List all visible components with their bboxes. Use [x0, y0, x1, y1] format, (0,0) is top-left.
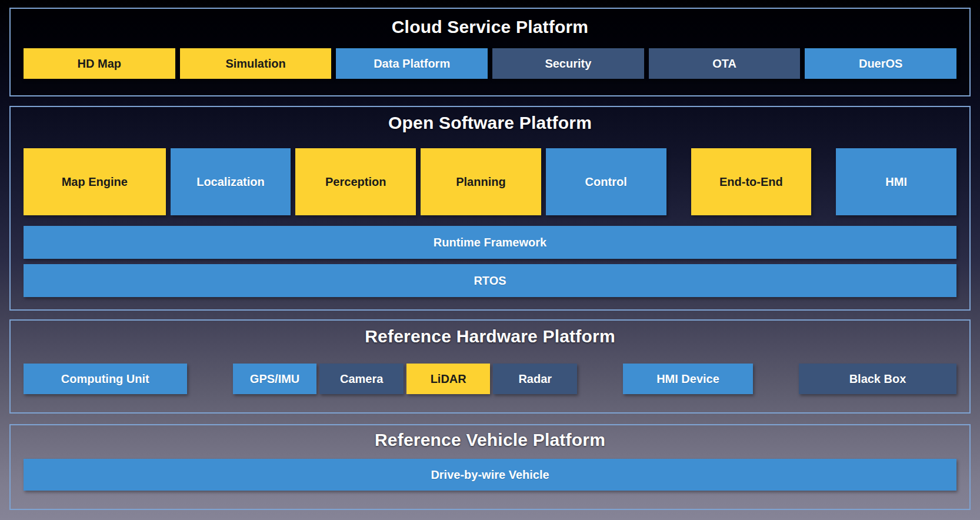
spacer	[577, 364, 623, 394]
cloud-services-row: HD Map Simulation Data Platform Security…	[24, 48, 956, 79]
box-hmi-device: HMI Device	[623, 364, 752, 394]
box-end-to-end: End-to-End	[691, 148, 812, 215]
reference-vehicle-platform-section: Reference Vehicle Platform Drive-by-wire…	[9, 424, 971, 510]
box-localization: Localization	[171, 148, 291, 215]
cloud-section-title: Cloud Service Platform	[11, 17, 969, 37]
box-gps-imu: GPS/IMU	[233, 364, 317, 394]
box-radar: Radar	[493, 364, 577, 394]
box-ota: OTA	[649, 48, 801, 79]
box-map-engine: Map Engine	[24, 148, 166, 215]
box-camera: Camera	[319, 364, 404, 394]
sensor-group: GPS/IMU Camera LiDAR Radar	[233, 364, 577, 394]
box-lidar: LiDAR	[406, 364, 491, 394]
spacer	[753, 364, 799, 394]
hardware-row: Computing Unit GPS/IMU Camera LiDAR Rada…	[24, 364, 956, 394]
bar-rtos: RTOS	[24, 264, 956, 297]
spacer	[187, 364, 233, 394]
box-data-platform: Data Platform	[336, 48, 488, 79]
bar-runtime-framework: Runtime Framework	[24, 226, 956, 259]
spacer	[671, 148, 686, 215]
bar-drive-by-wire-vehicle: Drive-by-wire Vehicle	[24, 459, 956, 491]
box-computing-unit: Computing Unit	[24, 364, 187, 394]
box-black-box: Black Box	[799, 364, 956, 394]
box-security: Security	[492, 48, 644, 79]
open-software-platform-section: Open Software Platform Map Engine Locali…	[9, 106, 971, 311]
box-hmi: HMI	[836, 148, 956, 215]
box-perception: Perception	[295, 148, 416, 215]
box-simulation: Simulation	[180, 48, 332, 79]
cloud-service-platform-section: Cloud Service Platform HD Map Simulation…	[9, 8, 971, 96]
box-planning: Planning	[421, 148, 541, 215]
box-dueros: DuerOS	[805, 48, 956, 79]
software-section-title: Open Software Platform	[11, 113, 969, 133]
software-modules-row: Map Engine Localization Perception Plann…	[24, 148, 956, 215]
box-hd-map: HD Map	[24, 48, 175, 79]
hardware-section-title: Reference Hardware Platform	[11, 326, 969, 346]
vehicle-section-title: Reference Vehicle Platform	[11, 430, 969, 450]
box-control: Control	[546, 148, 666, 215]
reference-hardware-platform-section: Reference Hardware Platform Computing Un…	[9, 319, 971, 414]
spacer	[816, 148, 831, 215]
